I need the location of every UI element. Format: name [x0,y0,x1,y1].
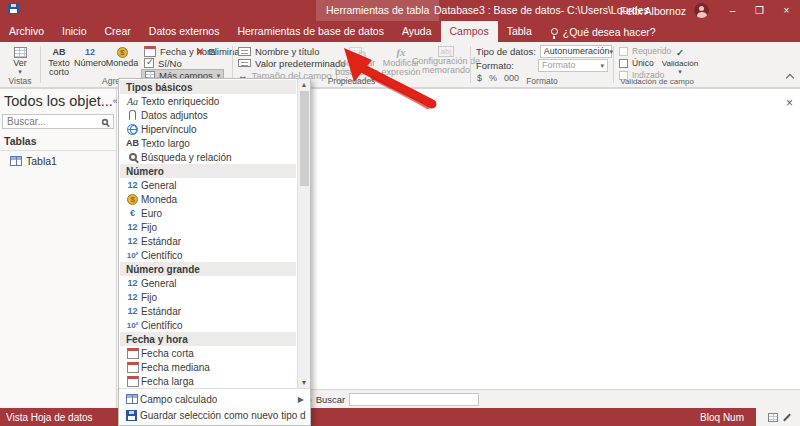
menu-item-label: General [141,278,177,289]
menu-scroll-area: Tipos básicos Aa Texto enriquecido Datos… [119,79,310,388]
contextual-tab-group[interactable]: Herramientas de tabla [316,0,439,21]
calendar-icon [127,376,139,387]
paperclip-icon [129,110,136,120]
user-avatar[interactable] [694,3,709,18]
group-label-vistas: Vistas [0,76,40,86]
menu-footer: Campo calculado ▶ Guardar selección como… [119,388,310,425]
menu-item-grande-cientifico[interactable]: 10² Científico [120,318,296,332]
scroll-up-icon[interactable]: ▲ [298,79,310,90]
scientific-icon: 10² [124,251,141,260]
menu-item-fecha-corta[interactable]: Fecha corta [120,346,296,360]
nav-pane-title[interactable]: Todos los objet... « [0,89,116,113]
menu-item-campo-calculado[interactable]: Campo calculado ▶ [119,391,310,407]
menu-item-texto-enriquecido[interactable]: Aa Texto enriquecido [120,94,296,108]
nav-section-tablas[interactable]: Tablas [0,130,116,151]
data-type-combo[interactable]: Autonumeración ▾ [540,45,612,58]
close-object-icon[interactable]: × [786,97,793,109]
number-icon: 12 [124,180,141,190]
short-text-button[interactable]: AB Texto corto [43,43,75,79]
checkbox-icon [619,47,628,56]
menu-item-numero-general[interactable]: 12 General [120,178,296,192]
memo-settings-button: ab| Configuración de memorando [423,43,469,79]
menu-item-hipervinculo[interactable]: Hipervínculo [120,122,296,136]
menu-item-texto-largo[interactable]: AB Texto largo [120,136,296,150]
memo-icon: ab| [438,46,455,57]
tab-campos[interactable]: Campos [441,21,498,42]
window-title: Database3 : Base de datos- C:\Users\Lour… [434,0,649,21]
modify-lookups-button: Modificar búsquedas [335,43,379,79]
nav-search-box[interactable]: Buscar... [2,114,114,129]
scrollbar-thumb[interactable] [300,91,309,186]
chevron-down-icon: ▾ [678,68,682,75]
menu-item-label: Moneda [141,194,177,205]
unique-checkbox[interactable]: Único [616,57,657,69]
menu-item-busqueda-relacion[interactable]: Búsqueda y relación [120,150,296,164]
nav-search-placeholder: Buscar... [7,116,46,127]
save-icon[interactable] [8,3,19,16]
menu-item-grande-general[interactable]: 12 General [120,276,296,290]
restore-button[interactable]: ❐ [746,0,773,21]
menu-item-guardar-seleccion[interactable]: Guardar selección como nuevo tipo de dat… [119,407,310,423]
group-formato: Tipo de datos: Autonumeración ▾ Formato:… [471,42,613,87]
currency-icon [127,194,138,205]
scroll-down-icon[interactable]: ▼ [298,377,310,388]
menu-item-label: Fecha mediana [141,362,210,373]
tab-archivo[interactable]: Archivo [0,21,53,42]
menu-header-numero-grande: Número grande [120,262,296,276]
default-value-icon [238,59,251,67]
number-icon: 12 [124,278,141,288]
menu-scrollbar[interactable]: ▲ ▼ [297,79,310,388]
design-view-button[interactable] [783,413,791,421]
menu-item-euro[interactable]: € Euro [120,206,296,220]
globe-link-icon [127,124,138,135]
checkmark-icon: ✓ [676,45,684,59]
menu-item-fecha-larga[interactable]: Fecha larga [120,374,296,388]
user-name[interactable]: Felix Albornoz [620,5,686,17]
menu-item-label: Texto enriquecido [141,96,219,107]
record-search-input[interactable] [349,393,479,406]
menu-item-numero-fijo[interactable]: 12 Fijo [120,220,296,234]
tab-herramientas-bd[interactable]: Herramientas de base de datos [228,21,393,42]
name-caption-button[interactable]: Nombre y título [235,45,322,57]
minimize-button[interactable]: – [719,0,746,21]
tab-inicio[interactable]: Inicio [53,21,96,42]
close-button[interactable]: × [773,0,800,21]
scientific-icon: 10² [124,321,141,330]
menu-item-label: Euro [141,208,162,219]
currency-label: Moneda [106,59,139,68]
tab-ayuda[interactable]: Ayuda [393,21,441,42]
tab-datos-externos[interactable]: Datos externos [140,21,229,42]
menu-item-grande-fijo[interactable]: 12 Fijo [120,290,296,304]
menu-item-numero-estandar[interactable]: 12 Estándar [120,234,296,248]
yes-no-button[interactable]: Sí/No [141,57,185,69]
number-button[interactable]: 12 Número [75,43,105,79]
data-type-value: Autonumeración [544,46,610,56]
validation-label: Validación [662,59,698,68]
menu-item-label: General [141,180,177,191]
tab-crear[interactable]: Crear [96,21,140,42]
menu-item-numero-cientifico[interactable]: 10² Científico [120,248,296,262]
menu-item-grande-estandar[interactable]: 12 Estándar [120,304,296,318]
default-value-button[interactable]: Valor predeterminado [235,57,349,69]
menu-item-datos-adjuntos[interactable]: Datos adjuntos [120,108,296,122]
currency-button[interactable]: Moneda [105,43,139,79]
nav-item-tabla1[interactable]: Tabla1 [0,151,116,171]
menu-item-fecha-mediana[interactable]: Fecha mediana [120,360,296,374]
calendar-icon [127,362,139,373]
number-icon: 12 [85,45,95,59]
magnifier-icon [129,153,137,161]
menu-item-label: Estándar [141,306,181,317]
submenu-arrow-icon: ▶ [298,395,306,404]
euro-icon: € [124,208,141,218]
menu-item-moneda[interactable]: Moneda [120,192,296,206]
tab-tabla[interactable]: Tabla [498,21,541,42]
view-button[interactable]: Ver ▾ [6,43,34,79]
tell-me-box[interactable]: ¿Qué desea hacer? [541,21,666,42]
calendar-icon [144,46,156,57]
unique-label: Único [632,58,654,68]
validation-button[interactable]: ✓ Validación ▾ [660,43,700,79]
short-text-icon: AB [53,45,66,59]
group-label-formato: Formato [471,76,613,86]
datasheet-view-button[interactable] [768,413,778,422]
collapse-ribbon-icon[interactable] [786,74,794,82]
